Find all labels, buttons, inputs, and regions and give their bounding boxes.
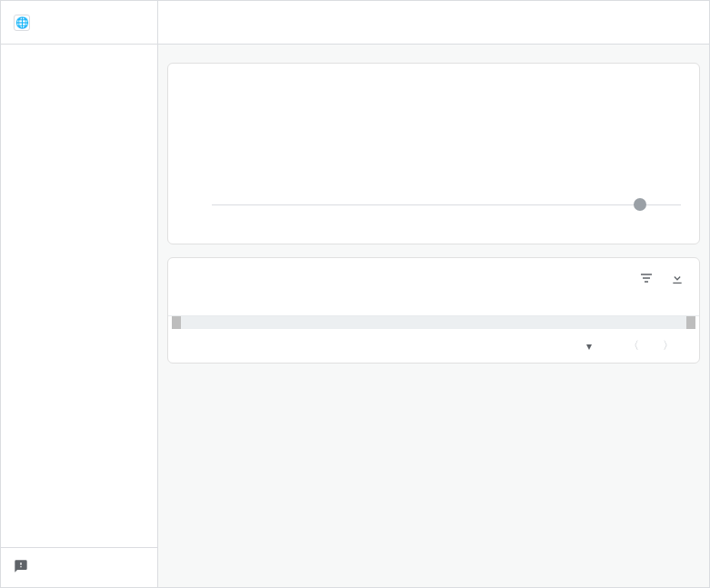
chart — [168, 64, 699, 244]
globe-icon: 🌐 — [14, 15, 30, 31]
horizontal-scrollbar[interactable] — [172, 316, 695, 329]
table-pager: ▾ 〈 〉 — [168, 329, 699, 363]
sidebar: 🌐 — [1, 1, 158, 587]
rows-per-page-select[interactable]: ▾ — [580, 340, 592, 353]
filter-icon[interactable] — [639, 271, 654, 288]
next-page-button[interactable]: 〉 — [659, 338, 677, 354]
summary-card — [167, 63, 700, 244]
download-icon[interactable] — [670, 271, 685, 288]
chart-plot[interactable] — [212, 84, 681, 205]
main: ▾ 〈 〉 — [158, 1, 709, 587]
details-card: ▾ 〈 〉 — [167, 257, 700, 364]
details-table — [168, 297, 699, 316]
page-title — [158, 1, 709, 45]
last-updated — [158, 45, 709, 63]
submit-feedback[interactable] — [1, 547, 157, 587]
nav — [1, 45, 157, 547]
prev-page-button[interactable]: 〈 — [625, 338, 643, 354]
feedback-icon — [14, 559, 32, 576]
property-selector[interactable]: 🌐 — [1, 1, 157, 45]
